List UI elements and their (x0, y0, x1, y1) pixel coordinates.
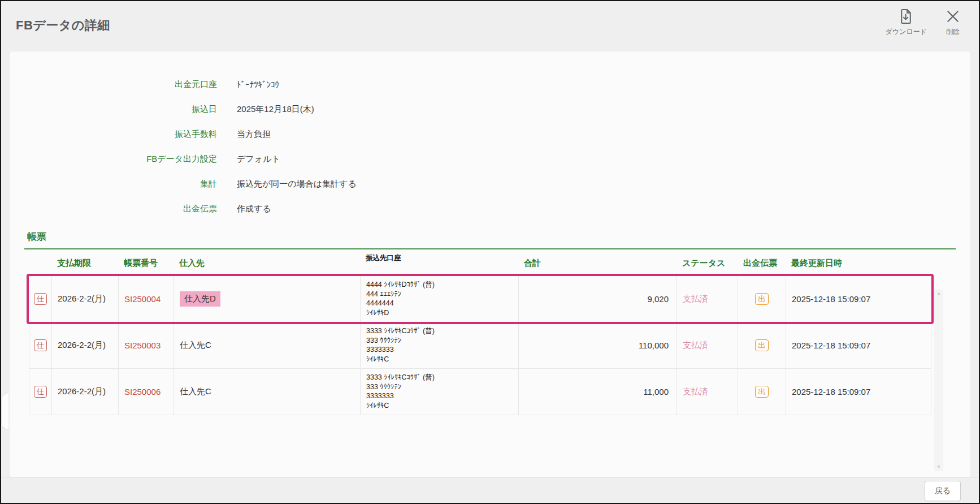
download-button-label: ダウンロード (886, 27, 927, 37)
detail-value: デフォルト (237, 154, 280, 165)
modal-footer: 戻る (1, 477, 979, 503)
detail-label: 集計 (10, 179, 217, 189)
column-header: 振込先口座 (360, 249, 518, 276)
scrollbar-up-icon[interactable]: ▲ (934, 291, 943, 296)
detail-label: 振込手数料 (10, 129, 217, 140)
detail-label: 振込日 (10, 104, 217, 115)
supplier-name: 仕入先C (180, 386, 211, 397)
total-cell: 9,020 (518, 276, 677, 322)
supplier-cell: 仕入先C (174, 322, 360, 368)
doc-number-link[interactable]: SI250004 (124, 294, 161, 304)
withdrawal-slip-badge: 出 (755, 293, 769, 305)
detail-row: 振込日2025年12月18日(木) (10, 97, 970, 122)
updated-at-cell: 2025-12-18 15:09:07 (786, 369, 931, 415)
download-file-icon (897, 7, 915, 25)
page-title: FBデータの詳細 (16, 17, 110, 34)
total-cell: 11,000 (518, 369, 677, 415)
close-icon (944, 7, 962, 25)
status-badge: 支払済 (683, 294, 708, 304)
withdrawal-slip-badge: 出 (755, 339, 769, 352)
account-line: 333 ｳｳｳｼﾃﾝ (366, 336, 513, 346)
detail-label: 出金伝票 (10, 204, 217, 214)
account-line: 3333333 (366, 345, 513, 355)
detail-value: ﾄﾞｰﾅﾂｷﾞﾝｺｳ (237, 80, 279, 89)
account-line: ｼｲﾚｻｷD (366, 308, 513, 318)
status-badge: 支払済 (683, 340, 708, 351)
status-cell: 支払済 (677, 276, 738, 322)
slip-cell: 出 (738, 369, 786, 415)
updated-at-cell: 2025-12-18 15:09:07 (786, 276, 931, 322)
payee-account-cell: 3333 ｼｲﾚｻｷCｺｳｻﾞ (普)333 ｳｳｳｼﾃﾝ3333333ｼｲﾚｻ… (360, 369, 518, 415)
back-button[interactable]: 戻る (925, 481, 961, 501)
delete-button[interactable]: 削除 (944, 7, 962, 37)
table-scrollbar[interactable]: ▲ ▼ (934, 289, 943, 471)
supplier-cell: 仕入先C (174, 369, 360, 415)
detail-card: 出金元口座ﾄﾞｰﾅﾂｷﾞﾝｺｳ振込日2025年12月18日(木)振込手数料当方負… (9, 51, 971, 478)
account-line: ｼｲﾚｻｷC (366, 401, 513, 411)
column-header (29, 249, 51, 276)
total-cell: 110,000 (518, 322, 677, 368)
detail-row: 出金伝票作成する (10, 196, 970, 221)
withdrawal-slip-badge: 出 (755, 386, 769, 398)
supplier-name: 仕入先D (180, 291, 220, 307)
updated-at-cell: 2025-12-18 15:09:07 (786, 322, 931, 368)
doc-number-link[interactable]: SI250006 (124, 387, 161, 397)
detail-row: 振込手数料当方負担 (10, 122, 970, 147)
purchase-badge: 仕 (34, 386, 47, 398)
modal-header: FBデータの詳細 ダウンロード (1, 1, 979, 51)
detail-value: 当方負担 (237, 129, 271, 140)
supplier-cell: 仕入先D (174, 276, 360, 322)
status-cell: 支払済 (677, 322, 738, 368)
column-header: 仕入先 (174, 249, 360, 276)
table-row[interactable]: 仕2026-2-2(月)SI250003仕入先C3333 ｼｲﾚｻｷCｺｳｻﾞ … (29, 322, 931, 369)
detail-row: 集計振込先が同一の場合は集計する (10, 171, 970, 196)
column-header: 帳票番号 (118, 249, 174, 276)
payee-account-cell: 4444 ｼｲﾚｻｷDｺｳｻﾞ (普)444 ｴｴｴｼﾃﾝ4444444ｼｲﾚｻ… (360, 276, 518, 322)
forms-table: 支払期限帳票番号仕入先振込先口座合計ステータス出金伝票最終更新日時 仕2026-… (29, 249, 931, 415)
slip-cell: 出 (738, 276, 786, 322)
doc-number-cell: SI250004 (118, 276, 174, 322)
status-cell: 支払済 (677, 369, 738, 415)
payee-account-cell: 3333 ｼｲﾚｻｷCｺｳｻﾞ (普)333 ｳｳｳｼﾃﾝ3333333ｼｲﾚｻ… (360, 322, 518, 368)
account-line: 333 ｳｳｳｼﾃﾝ (366, 382, 513, 392)
table-row[interactable]: 仕2026-2-2(月)SI250006仕入先C3333 ｼｲﾚｻｷCｺｳｻﾞ … (29, 369, 931, 415)
detail-value: 作成する (237, 204, 271, 214)
account-line: 4444444 (366, 299, 513, 308)
header-actions: ダウンロード 削除 (886, 7, 962, 37)
doc-number-cell: SI250006 (118, 369, 174, 415)
account-line: 444 ｴｴｴｼﾃﾝ (366, 290, 513, 299)
slip-cell: 出 (738, 322, 786, 368)
detail-label: 出金元口座 (10, 79, 217, 90)
account-line: 3333 ｼｲﾚｻｷCｺｳｻﾞ (普) (366, 326, 513, 336)
side-drawer-handle[interactable] (1, 393, 8, 430)
column-header: 支払期限 (51, 249, 118, 276)
doc-number-cell: SI250003 (118, 322, 174, 368)
detail-row: 出金元口座ﾄﾞｰﾅﾂｷﾞﾝｺｳ (10, 72, 970, 97)
supplier-name: 仕入先C (180, 340, 211, 351)
table-header-row: 支払期限帳票番号仕入先振込先口座合計ステータス出金伝票最終更新日時 (29, 249, 931, 276)
column-header: 合計 (518, 249, 677, 276)
column-header: 最終更新日時 (786, 249, 931, 276)
purchase-badge: 仕 (34, 339, 47, 352)
download-button[interactable]: ダウンロード (886, 7, 927, 37)
table-body: 仕2026-2-2(月)SI250004仕入先D4444 ｼｲﾚｻｷDｺｳｻﾞ … (29, 276, 931, 415)
due-date-cell: 2026-2-2(月) (51, 322, 118, 368)
badge-cell: 仕 (29, 276, 51, 322)
purchase-badge: 仕 (34, 293, 47, 305)
scrollbar-down-icon[interactable]: ▼ (934, 464, 943, 469)
due-date-cell: 2026-2-2(月) (51, 276, 118, 322)
detail-row: FBデータ出力設定デフォルト (10, 147, 970, 171)
doc-number-link[interactable]: SI250003 (124, 341, 161, 350)
badge-cell: 仕 (29, 322, 51, 368)
account-line: 3333333 (366, 391, 513, 401)
table-row[interactable]: 仕2026-2-2(月)SI250004仕入先D4444 ｼｲﾚｻｷDｺｳｻﾞ … (29, 276, 931, 322)
section-title-forms: 帳票 (27, 230, 970, 243)
detail-fields: 出金元口座ﾄﾞｰﾅﾂｷﾞﾝｺｳ振込日2025年12月18日(木)振込手数料当方負… (10, 51, 970, 221)
delete-button-label: 削除 (946, 27, 960, 37)
status-badge: 支払済 (683, 386, 708, 397)
account-line: 4444 ｼｲﾚｻｷDｺｳｻﾞ (普) (366, 280, 513, 290)
account-line: 3333 ｼｲﾚｻｷCｺｳｻﾞ (普) (366, 373, 513, 382)
detail-value: 振込先が同一の場合は集計する (237, 179, 357, 189)
detail-label: FBデータ出力設定 (10, 154, 217, 165)
account-line: ｼｲﾚｻｷC (366, 355, 513, 364)
